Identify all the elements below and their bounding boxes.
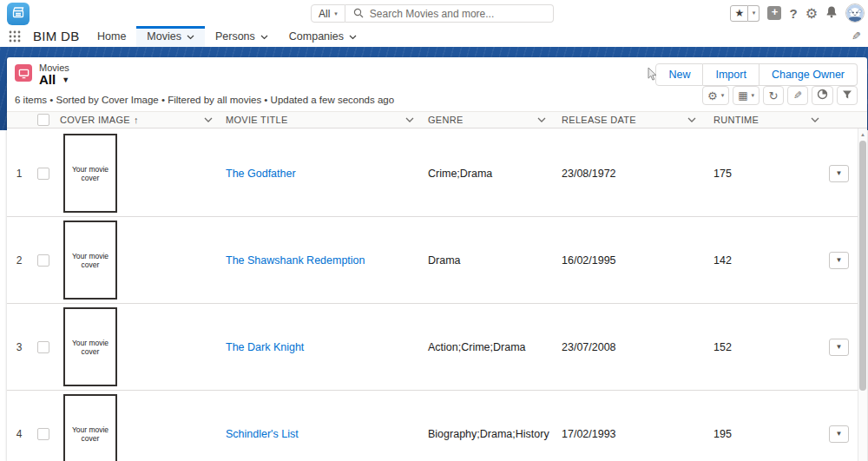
table-row: 3 Your movie cover The Dark Knight Actio…	[7, 304, 867, 391]
movie-title-cell: Schindler's List	[220, 428, 421, 440]
cover-image-placeholder[interactable]: Your movie cover	[63, 221, 117, 300]
row-checkbox[interactable]	[37, 254, 49, 267]
chevron-down-icon: ▼	[836, 169, 843, 177]
chevron-down-icon[interactable]: ▾	[748, 5, 760, 22]
table-row: 4 Your movie cover Schindler's List Biog…	[7, 391, 867, 461]
column-menu-chevron-icon[interactable]	[811, 117, 819, 122]
list-view-selector[interactable]: All ▼	[39, 72, 69, 87]
star-icon[interactable]: ★	[730, 5, 748, 22]
column-header-release-date[interactable]: RELEASE DATE	[553, 112, 703, 128]
import-button[interactable]: Import	[703, 63, 759, 86]
select-all-cell	[31, 112, 56, 128]
charts-button[interactable]	[812, 86, 833, 105]
runtime-cell: 175	[703, 168, 826, 180]
tab-persons[interactable]: Persons	[205, 26, 279, 47]
app-launcher-waffle-icon[interactable]	[9, 30, 21, 46]
column-menu-chevron-icon[interactable]	[204, 117, 213, 122]
page-header: Movies All ▼ New Import Change Owner 6 i…	[7, 57, 867, 111]
table-body: 1 Your movie cover The Godfather Crime;D…	[7, 128, 867, 461]
chevron-down-icon[interactable]	[260, 30, 268, 43]
row-actions-button[interactable]: ▼	[829, 252, 849, 269]
pie-chart-icon	[817, 89, 828, 102]
cover-image-placeholder[interactable]: Your movie cover	[63, 134, 117, 213]
list-toolbar: ⚙ ▾ ▦ ▾ ↻ ✎	[702, 86, 858, 105]
genre-cell: Crime;Drama	[421, 168, 553, 180]
row-actions-button[interactable]: ▼	[829, 339, 849, 356]
select-all-checkbox[interactable]	[37, 114, 49, 126]
cover-image-placeholder[interactable]: Your movie cover	[63, 307, 117, 386]
nav-tabs: Home Movies Persons Companies	[87, 26, 367, 47]
row-number-cell: 4	[7, 428, 31, 440]
column-header-cover-image[interactable]: COVER IMAGE ↑	[56, 112, 220, 128]
global-actions-icon[interactable]: +	[767, 6, 781, 20]
table-row: 1 Your movie cover The Godfather Crime;D…	[7, 130, 867, 217]
row-checkbox-cell	[31, 254, 56, 267]
inline-edit-button[interactable]: ✎	[787, 86, 808, 105]
favorites-button: ★ ▾	[730, 5, 760, 22]
movie-title-link[interactable]: The Godfather	[226, 168, 296, 180]
edit-nav-pencil-icon[interactable]: ✎	[852, 30, 861, 43]
column-menu-chevron-icon[interactable]	[405, 117, 414, 122]
column-header-genre[interactable]: GENRE	[421, 112, 553, 128]
chevron-down-icon[interactable]	[349, 30, 357, 43]
movie-title-link[interactable]: Schindler's List	[226, 428, 299, 440]
list-summary: 6 items • Sorted by Cover Image • Filter…	[15, 95, 394, 105]
new-button[interactable]: New	[655, 63, 703, 86]
chevron-down-icon: ▾	[751, 92, 754, 99]
column-menu-chevron-icon[interactable]	[687, 117, 696, 122]
chevron-down-icon: ▼	[836, 343, 843, 351]
row-checkbox[interactable]	[37, 168, 49, 180]
row-checkbox[interactable]	[37, 341, 49, 353]
display-as-button[interactable]: ▦ ▾	[733, 86, 760, 105]
global-search: All ▾ Search Movies and more...	[311, 4, 554, 23]
row-checkbox-cell	[31, 168, 56, 180]
row-actions-column	[826, 112, 867, 128]
movie-title-link[interactable]: The Shawshank Redemption	[226, 254, 365, 267]
refresh-icon: ↻	[769, 89, 779, 102]
help-icon[interactable]: ?	[789, 6, 797, 21]
notifications-bell-icon[interactable]	[825, 5, 838, 22]
chevron-down-icon: ▼	[836, 430, 843, 438]
chevron-down-icon: ▾	[721, 92, 725, 99]
list-view-name: All	[39, 72, 56, 87]
setup-gear-icon[interactable]: ⚙	[806, 5, 818, 22]
movie-title-link[interactable]: The Dark Knight	[226, 341, 304, 353]
tab-movies[interactable]: Movies	[136, 26, 205, 47]
filter-button[interactable]	[837, 86, 858, 105]
cover-image-cell: Your movie cover	[56, 134, 220, 213]
chevron-down-icon: ▼	[836, 256, 843, 264]
vertical-scrollbar[interactable]: ▲	[858, 128, 867, 461]
genre-cell: Action;Crime;Drama	[421, 341, 553, 353]
pencil-icon: ✎	[793, 89, 802, 102]
genre-cell: Drama	[421, 254, 553, 267]
row-actions-button[interactable]: ▼	[829, 425, 849, 443]
refresh-button[interactable]: ↻	[763, 86, 784, 105]
search-scope-label: All	[319, 8, 330, 20]
runtime-cell: 195	[703, 428, 826, 440]
scrollbar-thumb[interactable]	[859, 141, 866, 391]
row-actions-button[interactable]: ▼	[829, 165, 849, 182]
tab-companies[interactable]: Companies	[279, 26, 367, 47]
search-scope-button[interactable]: All ▾	[311, 4, 345, 23]
global-header: All ▾ Search Movies and more... ★ ▾ + ? …	[0, 0, 868, 26]
change-owner-button[interactable]: Change Owner	[760, 63, 858, 86]
chevron-down-icon[interactable]	[187, 30, 194, 43]
scrollbar-up-arrow-icon[interactable]: ▲	[858, 128, 867, 140]
cover-image-placeholder[interactable]: Your movie cover	[63, 394, 117, 461]
release-date-cell: 16/02/1995	[553, 254, 703, 267]
user-avatar[interactable]	[845, 3, 865, 23]
search-input[interactable]: Search Movies and more...	[345, 4, 554, 23]
column-menu-chevron-icon[interactable]	[537, 117, 546, 122]
release-date-cell: 23/08/1972	[553, 168, 703, 180]
cover-image-cell: Your movie cover	[56, 307, 220, 386]
tab-home[interactable]: Home	[87, 26, 136, 47]
cover-image-cell: Your movie cover	[56, 221, 220, 300]
list-controls-button[interactable]: ⚙ ▾	[702, 86, 729, 105]
table-header: COVER IMAGE ↑ MOVIE TITLE GENRE RELEASE …	[7, 111, 867, 128]
column-header-runtime[interactable]: RUNTIME	[703, 112, 826, 128]
app-logo[interactable]	[7, 3, 30, 25]
column-header-movie-title[interactable]: MOVIE TITLE	[220, 112, 421, 128]
app-name: BIM DB	[33, 29, 79, 43]
list-actions: New Import Change Owner	[655, 63, 858, 86]
row-checkbox[interactable]	[37, 428, 49, 440]
